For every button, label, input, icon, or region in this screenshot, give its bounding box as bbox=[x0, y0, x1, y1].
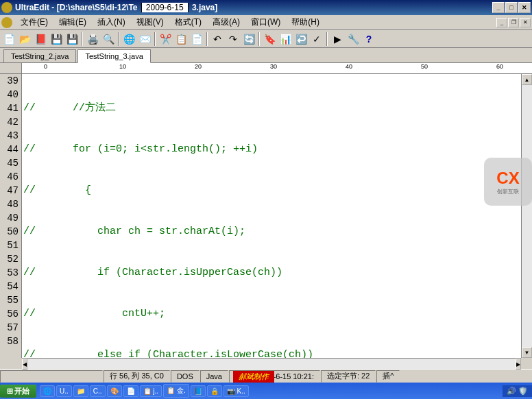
redo-icon[interactable]: ↷ bbox=[226, 32, 241, 47]
tray-icon[interactable]: 🔊 bbox=[507, 387, 516, 396]
code-line: // if (Character.isUpperCase(ch)) bbox=[23, 266, 521, 280]
scroll-right-button[interactable]: ▶ bbox=[516, 359, 521, 370]
menu-edit[interactable]: 编辑(E) bbox=[53, 15, 92, 29]
tab-teststring2[interactable]: TestString_2.java bbox=[3, 49, 76, 62]
line-number: 58 bbox=[0, 335, 19, 348]
close-file-icon[interactable]: 📕 bbox=[33, 32, 48, 47]
horizontal-scrollbar[interactable]: ◀ ▶ bbox=[22, 358, 521, 369]
code-line: // { bbox=[23, 184, 521, 197]
watermark: CX 创新互联 bbox=[484, 158, 532, 206]
menu-view[interactable]: 视图(V) bbox=[131, 15, 169, 29]
menu-help[interactable]: 帮助(H) bbox=[286, 15, 325, 29]
task-item[interactable]: C.. bbox=[90, 385, 106, 397]
scroll-track[interactable] bbox=[27, 359, 516, 369]
minimize-button[interactable]: _ bbox=[492, 2, 505, 13]
editor-area: 39 40 41 42 43 44 45 46 47 48 49 50 51 5… bbox=[0, 74, 532, 358]
scroll-down-button[interactable]: ▼ bbox=[522, 347, 532, 358]
task-item[interactable]: 📋 金. bbox=[163, 384, 189, 398]
line-number: 57 bbox=[0, 321, 19, 335]
line-number: 41 bbox=[0, 101, 19, 115]
ruler-tick-50: 50 bbox=[421, 63, 428, 70]
cut-icon[interactable]: ✂️ bbox=[158, 32, 173, 47]
menubar: 文件(E) 编辑(E) 插入(N) 视图(V) 格式(T) 高级(A) 窗口(W… bbox=[0, 15, 532, 30]
file-tab-strip: TestString_2.java TestString_3.java bbox=[0, 48, 532, 63]
help-icon[interactable]: ? bbox=[361, 32, 376, 47]
tray-icon[interactable]: 🛡️ bbox=[518, 387, 528, 396]
print-icon[interactable]: 🖨️ bbox=[85, 32, 100, 47]
line-number: 42 bbox=[0, 115, 19, 129]
wrap-icon[interactable]: ↩️ bbox=[293, 32, 309, 47]
window-titlebar: UltraEdit - [D:\share\S5\di-12\Te 2009-6… bbox=[0, 0, 532, 15]
toolbar-separator bbox=[118, 32, 119, 46]
task-item[interactable]: 📁 bbox=[73, 385, 88, 397]
vertical-scrollbar[interactable]: ▲ ▼ bbox=[521, 74, 532, 358]
paste-icon[interactable]: 📄 bbox=[189, 32, 204, 47]
line-number: 46 bbox=[0, 170, 19, 184]
open-icon[interactable]: 📂 bbox=[17, 32, 32, 47]
menu-file[interactable]: 文件(E) bbox=[15, 15, 53, 29]
line-number: 49 bbox=[0, 211, 19, 225]
ruler-tick-0: 0 bbox=[44, 63, 47, 70]
doc-minimize-button[interactable]: _ bbox=[496, 18, 507, 27]
hscroll-row: ◀ ▶ bbox=[0, 358, 532, 369]
task-item[interactable]: 📘 bbox=[191, 385, 206, 397]
code-line: // for (i=0; i<str.length(); ++i) bbox=[23, 143, 521, 156]
scroll-left-button[interactable]: ◀ bbox=[22, 359, 27, 370]
scroll-up-button[interactable]: ▲ bbox=[522, 74, 532, 85]
line-number: 55 bbox=[0, 293, 19, 307]
scroll-corner bbox=[521, 358, 532, 369]
doc-close-button[interactable]: ✕ bbox=[520, 18, 531, 27]
tab-teststring3[interactable]: TestString_3.java bbox=[77, 49, 150, 63]
menu-format[interactable]: 格式(T) bbox=[169, 15, 207, 29]
scroll-track[interactable] bbox=[522, 85, 532, 347]
watermark-icon: CX bbox=[496, 169, 519, 188]
tool-icon[interactable]: 🔧 bbox=[346, 32, 361, 47]
line-number: 56 bbox=[0, 307, 19, 321]
file-path-part1: [D:\share\S5\di-12\Te bbox=[57, 3, 138, 12]
copy-icon[interactable]: 📋 bbox=[173, 32, 189, 47]
macro-icon[interactable]: ▶ bbox=[330, 32, 345, 47]
line-number: 40 bbox=[0, 88, 19, 101]
maximize-button[interactable]: □ bbox=[505, 2, 518, 13]
line-number: 47 bbox=[0, 184, 19, 197]
spell-icon[interactable]: ✓ bbox=[309, 32, 324, 47]
task-item[interactable]: 🔒 bbox=[207, 385, 222, 397]
start-button[interactable]: ⊞ 开始 bbox=[0, 385, 36, 398]
line-number: 43 bbox=[0, 129, 19, 143]
bookmark-icon[interactable]: 🔖 bbox=[262, 32, 277, 47]
hex-icon[interactable]: 📊 bbox=[278, 32, 293, 47]
task-item[interactable]: U.. bbox=[56, 385, 72, 397]
menu-advanced[interactable]: 高级(A) bbox=[207, 15, 245, 29]
preview-icon[interactable]: 🔍 bbox=[101, 32, 116, 47]
undo-icon[interactable]: ↶ bbox=[210, 32, 225, 47]
web-icon[interactable]: 🌐 bbox=[121, 32, 136, 47]
date-overlay: 2009-6-15 bbox=[141, 3, 189, 12]
ruler-tick-40: 40 bbox=[346, 63, 352, 70]
task-item[interactable]: 🌐 bbox=[40, 385, 55, 397]
ruler-body: 0 10 20 30 40 50 60 bbox=[22, 63, 532, 73]
email-icon[interactable]: ✉️ bbox=[137, 32, 152, 47]
findreplace-icon[interactable]: 🔄 bbox=[241, 32, 256, 47]
toolbar-separator bbox=[154, 32, 156, 46]
line-number: 48 bbox=[0, 197, 19, 211]
save-as-icon[interactable]: 💾 bbox=[64, 32, 80, 47]
menu-window[interactable]: 窗口(W) bbox=[245, 15, 286, 29]
toolbar-separator bbox=[82, 32, 83, 46]
menu-insert[interactable]: 插入(N) bbox=[92, 15, 131, 29]
line-number: 44 bbox=[0, 143, 19, 156]
task-item[interactable]: 📋 j.. bbox=[140, 385, 162, 397]
task-item[interactable]: 📄 bbox=[123, 385, 138, 397]
close-button[interactable]: ✕ bbox=[518, 2, 531, 13]
system-tray[interactable]: 🔊 🛡️ bbox=[503, 385, 532, 397]
ruler-gutter bbox=[0, 63, 22, 73]
code-editor[interactable]: // //方法二 // for (i=0; i<str.length(); ++… bbox=[22, 74, 521, 358]
new-icon[interactable]: 📄 bbox=[1, 32, 16, 47]
windows-taskbar: ⊞ 开始 🌐 U.. 📁 C.. 🎨 📄 📋 j.. 📋 金. 📘 🔒 📷 K.… bbox=[0, 383, 532, 399]
line-number-gutter: 39 40 41 42 43 44 45 46 47 48 49 50 51 5… bbox=[0, 74, 22, 358]
code-line: // cntU++; bbox=[23, 307, 521, 321]
status-language: Java bbox=[200, 370, 228, 383]
task-item[interactable]: 🎨 bbox=[107, 385, 122, 397]
doc-restore-button[interactable]: ❐ bbox=[508, 18, 519, 27]
task-item[interactable]: 📷 K.. bbox=[223, 385, 249, 397]
save-icon[interactable]: 💾 bbox=[49, 32, 64, 47]
